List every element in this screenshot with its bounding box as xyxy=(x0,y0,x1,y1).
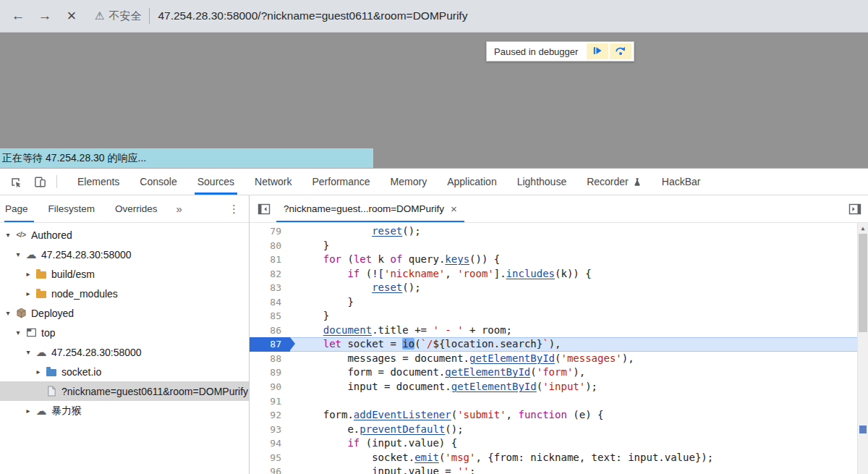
tree-item[interactable]: ▸build/esm xyxy=(0,264,249,284)
line-content[interactable]: for (let k of query.keys()) { xyxy=(290,253,857,267)
tree-item-label: 47.254.28.30:58000 xyxy=(41,249,132,261)
tab-application[interactable]: Application xyxy=(437,169,507,195)
line-content[interactable]: input = document.getElementById('input')… xyxy=(290,380,857,394)
line-number[interactable]: 96 xyxy=(250,465,290,474)
paused-line-number[interactable]: 87 xyxy=(250,337,290,352)
forward-icon[interactable]: → xyxy=(36,8,54,24)
line-number[interactable]: 93 xyxy=(250,423,290,437)
back-icon[interactable]: ← xyxy=(9,8,27,24)
line-number[interactable]: 81 xyxy=(250,253,290,267)
chevron-right-icon[interactable]: ▸ xyxy=(23,270,33,278)
line-content[interactable]: } xyxy=(290,295,857,310)
sidebar-tab-overrides[interactable]: Overrides xyxy=(105,195,168,222)
tab-recorder[interactable]: Recorder xyxy=(576,169,652,195)
code-line: 81 for (let k of query.keys()) { xyxy=(250,253,857,267)
line-content[interactable]: document.title += ' - ' + room; xyxy=(290,323,857,338)
line-content[interactable]: socket.emit('msg', {from: nickname, text… xyxy=(290,451,857,465)
line-number[interactable]: 85 xyxy=(250,309,290,323)
file-icon xyxy=(43,386,59,397)
tab-console[interactable]: Console xyxy=(129,169,187,195)
more-tabs-icon[interactable]: » xyxy=(168,203,191,215)
security-warning-icon[interactable]: ⚠ xyxy=(95,9,104,22)
line-content[interactable] xyxy=(290,394,857,409)
line-number[interactable]: 89 xyxy=(250,365,290,380)
line-number[interactable]: 95 xyxy=(250,451,290,465)
line-number[interactable]: 83 xyxy=(250,281,290,295)
tab-hackbar[interactable]: HackBar xyxy=(652,169,711,195)
line-content[interactable]: } xyxy=(290,239,857,253)
line-number[interactable]: 79 xyxy=(250,224,290,239)
chevron-down-icon[interactable]: ▾ xyxy=(23,348,33,356)
address-bar[interactable]: ⚠ 不安全 47.254.28.30:58000/?nickname=guest… xyxy=(95,8,467,24)
line-content[interactable]: let socket = io(`/${location.search}`), xyxy=(290,337,857,352)
tree-item[interactable]: ▾Deployed xyxy=(0,303,249,323)
tab-sources[interactable]: Sources xyxy=(187,169,244,195)
tree-item[interactable]: ▸socket.io xyxy=(0,362,249,381)
line-content[interactable]: if (input.value) { xyxy=(290,436,857,451)
code-editor[interactable]: 79 reset();80 }81 for (let k of query.ke… xyxy=(250,223,868,474)
tree-item[interactable]: ▸☁暴力猴 xyxy=(0,401,249,420)
line-number[interactable]: 86 xyxy=(250,323,290,338)
line-number[interactable]: 90 xyxy=(250,380,290,394)
code-token: } xyxy=(299,310,329,321)
line-number[interactable]: 92 xyxy=(250,408,290,423)
code-line: 79 reset(); xyxy=(250,224,857,239)
code-token: includes xyxy=(506,268,555,279)
resume-button[interactable] xyxy=(587,43,608,59)
sidebar-tab-filesystem[interactable]: Filesystem xyxy=(38,195,106,222)
security-label[interactable]: 不安全 xyxy=(109,9,141,23)
sidebar-tab-page[interactable]: Page xyxy=(0,195,38,222)
tab-performance[interactable]: Performance xyxy=(302,169,380,195)
show-debugger-pane-icon[interactable] xyxy=(846,200,864,218)
editor-tab[interactable]: ?nickname=guest...room=DOMPurify × xyxy=(276,195,464,222)
line-number[interactable]: 84 xyxy=(250,295,290,310)
line-number[interactable]: 82 xyxy=(250,267,290,282)
line-number[interactable]: 88 xyxy=(250,352,290,366)
step-over-button[interactable] xyxy=(610,43,631,59)
line-content[interactable]: e.preventDefault(); xyxy=(290,423,857,437)
device-toolbar-icon[interactable] xyxy=(30,172,49,191)
url-text[interactable]: 47.254.28.30:58000/?nickname=guest0611&r… xyxy=(158,9,467,22)
tab-lighthouse[interactable]: Lighthouse xyxy=(507,169,577,195)
tab-elements[interactable]: Elements xyxy=(67,169,129,195)
line-number[interactable]: 94 xyxy=(250,436,290,451)
line-content[interactable]: if (!['nickname', 'room'].includes(k)) { xyxy=(290,267,857,282)
close-tab-icon[interactable]: × xyxy=(451,203,457,215)
line-content[interactable]: reset(); xyxy=(290,281,857,295)
line-content[interactable]: messages = document.getElementById('mess… xyxy=(290,352,857,366)
line-number[interactable]: 80 xyxy=(250,239,290,253)
hide-navigator-icon[interactable] xyxy=(255,200,273,218)
paused-in-debugger-bar: Paused in debugger xyxy=(486,41,634,62)
tree-item[interactable]: ▾☁47.254.28.30:58000 xyxy=(0,342,249,362)
tree-item[interactable]: ▾</>Authored xyxy=(0,225,249,245)
chevron-right-icon[interactable]: ▸ xyxy=(23,289,33,297)
code-token: .title += xyxy=(372,324,433,336)
chevron-down-icon[interactable]: ▾ xyxy=(13,250,23,258)
tree-item[interactable]: ?nickname=guest0611&room=DOMPurify xyxy=(0,381,249,401)
inspect-element-icon[interactable] xyxy=(6,172,25,191)
tree-item[interactable]: ▾☁47.254.28.30:58000 xyxy=(0,245,249,264)
line-content[interactable]: } xyxy=(290,309,857,323)
tree-item[interactable]: ▾top xyxy=(0,323,249,342)
line-content[interactable]: reset(); xyxy=(290,224,857,239)
chevron-right-icon[interactable]: ▸ xyxy=(33,368,43,376)
scrollbar-thumb[interactable] xyxy=(859,234,867,332)
tab-memory[interactable]: Memory xyxy=(380,169,438,195)
chevron-down-icon[interactable]: ▾ xyxy=(13,329,23,337)
tree-item[interactable]: ▸node_modules xyxy=(0,284,249,303)
scrollbar-up-arrow-icon[interactable]: ▲ xyxy=(858,223,868,234)
line-content[interactable]: input.value = ''; xyxy=(290,465,857,474)
chevron-down-icon[interactable]: ▾ xyxy=(3,309,13,317)
editor-scrollbar[interactable]: ▲ xyxy=(857,223,868,474)
line-content[interactable]: form.addEventListener('submit', function… xyxy=(290,408,857,423)
line-number[interactable]: 91 xyxy=(250,394,290,409)
stop-icon[interactable]: × xyxy=(63,7,80,25)
code-line: 89 form = document.getElementById('form'… xyxy=(250,365,857,380)
code-token: } xyxy=(299,240,329,251)
kebab-menu-icon[interactable]: ⋮ xyxy=(229,203,239,216)
tab-network[interactable]: Network xyxy=(244,169,302,195)
chevron-right-icon[interactable]: ▸ xyxy=(23,407,33,415)
line-content[interactable]: form = document.getElementById('form'), xyxy=(290,365,857,380)
code-token: reset xyxy=(372,225,402,237)
chevron-down-icon[interactable]: ▾ xyxy=(3,231,13,239)
